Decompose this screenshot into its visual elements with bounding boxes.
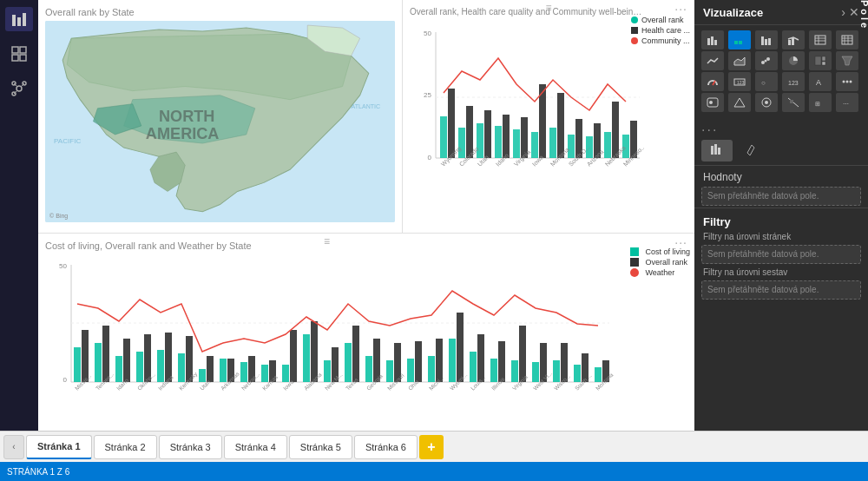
svg-rect-33 xyxy=(503,115,510,158)
tab-page-4[interactable]: Stránka 4 xyxy=(224,435,287,459)
svg-rect-96 xyxy=(407,359,414,382)
svg-rect-100 xyxy=(449,339,456,382)
top-right-title: Overall rank, Health care quality and Co… xyxy=(410,7,644,16)
chart-tab[interactable] xyxy=(701,140,733,161)
svg-point-179 xyxy=(850,81,852,83)
svg-rect-142 xyxy=(707,38,710,45)
panel-dots-top[interactable]: ··· xyxy=(674,2,687,16)
status-text: STRÁNKA 1 Z 6 xyxy=(7,467,69,477)
grid-icon[interactable] xyxy=(5,42,33,66)
viz-r4-1[interactable] xyxy=(701,93,724,112)
svg-rect-149 xyxy=(761,36,764,45)
tab-page-5[interactable]: Stránka 5 xyxy=(289,435,352,459)
svg-text:© Bing: © Bing xyxy=(49,213,68,220)
viz-more[interactable] xyxy=(836,72,858,91)
svg-rect-38 xyxy=(549,128,556,158)
svg-rect-153 xyxy=(792,38,794,45)
tab-page-2[interactable]: Stránka 2 xyxy=(94,435,157,459)
top-right-legend: Overall rank Health care ... Community .… xyxy=(631,16,690,47)
viz-area-chart[interactable] xyxy=(728,51,751,70)
svg-text:⊞: ⊞ xyxy=(815,101,820,107)
viz-column-chart[interactable] xyxy=(755,30,778,49)
svg-rect-3 xyxy=(12,47,18,53)
svg-text:PACIFIC: PACIFIC xyxy=(54,137,81,145)
viz-funnel[interactable] xyxy=(836,51,858,70)
svg-rect-68 xyxy=(115,356,122,382)
svg-rect-98 xyxy=(428,356,435,382)
viz-treemap[interactable] xyxy=(809,51,832,70)
model-icon[interactable] xyxy=(5,76,33,101)
drop-zone-hodnoty[interactable]: Sem přetáhněte datová pole. xyxy=(701,187,861,206)
content-area: Overall rank by State xyxy=(38,0,694,431)
svg-rect-6 xyxy=(20,55,26,61)
bottom-chart-svg: 50 0 xyxy=(45,256,618,425)
svg-rect-154 xyxy=(815,36,825,44)
map-panel: Overall rank by State xyxy=(38,0,403,233)
hodnoty-label: Hodnoty xyxy=(694,166,868,185)
viz-gauge[interactable] xyxy=(701,72,724,91)
svg-rect-186 xyxy=(790,100,793,103)
top-right-chart-svg: 50 25 0 xyxy=(410,23,644,188)
viz-r4-2[interactable] xyxy=(728,93,751,112)
svg-marker-182 xyxy=(734,98,745,107)
viz-scatter[interactable] xyxy=(755,51,778,70)
svg-rect-112 xyxy=(574,365,581,382)
svg-rect-151 xyxy=(768,38,771,45)
viz-r4-6[interactable]: ⋯ xyxy=(836,93,858,112)
svg-point-181 xyxy=(709,101,713,104)
svg-rect-5 xyxy=(12,55,18,61)
collapse-icon[interactable]: ✕ xyxy=(849,5,859,19)
svg-rect-101 xyxy=(457,313,464,382)
svg-rect-69 xyxy=(123,339,130,382)
legend-overall: Overall rank xyxy=(641,16,684,24)
viz-bar-chart[interactable] xyxy=(701,30,724,49)
svg-rect-168 xyxy=(822,56,825,61)
viz-r4-5[interactable]: ⊞ xyxy=(809,93,832,112)
prev-tab-button[interactable]: ‹ xyxy=(3,435,24,459)
format-tab[interactable] xyxy=(736,140,767,161)
svg-rect-147 xyxy=(739,36,742,41)
tab-page-1[interactable]: Stránka 1 xyxy=(26,435,92,459)
drop-zone-filter-report[interactable]: Sem přetáhněte datová pole. xyxy=(701,280,861,300)
expand-icon[interactable]: › xyxy=(841,5,845,19)
legend-health: Health care ... xyxy=(641,26,690,35)
legend-weather: Weather xyxy=(645,268,674,277)
svg-rect-97 xyxy=(415,341,422,382)
tab-page-6[interactable]: Stránka 6 xyxy=(354,435,418,459)
svg-rect-105 xyxy=(498,341,505,382)
svg-rect-0 xyxy=(12,15,16,26)
viz-kpi[interactable]: ○ xyxy=(755,72,778,91)
bottom-chart-title: Cost of living, Overall rank and Weather… xyxy=(45,240,687,251)
svg-rect-148 xyxy=(739,41,742,44)
viz-number-card[interactable]: 123 xyxy=(782,72,805,91)
viz-matrix[interactable] xyxy=(836,30,858,49)
svg-rect-70 xyxy=(136,352,143,382)
svg-point-177 xyxy=(843,81,845,83)
viz-table[interactable] xyxy=(809,30,832,49)
legend-community: Community ... xyxy=(641,36,690,45)
svg-rect-88 xyxy=(324,360,331,382)
svg-rect-85 xyxy=(290,330,297,382)
report-icon[interactable] xyxy=(5,7,33,31)
viz-combo-chart[interactable] xyxy=(782,30,805,49)
tab-page-3[interactable]: Stránka 3 xyxy=(159,435,222,459)
viz-r4-3[interactable] xyxy=(755,93,778,112)
legend-overall-bottom: Overall rank xyxy=(645,258,687,267)
svg-marker-163 xyxy=(734,57,745,65)
svg-rect-34 xyxy=(513,129,520,158)
viz-line-chart[interactable] xyxy=(701,51,724,70)
svg-rect-74 xyxy=(178,353,185,382)
svg-rect-107 xyxy=(519,326,526,382)
svg-text:A: A xyxy=(816,78,821,87)
svg-rect-144 xyxy=(714,40,717,45)
add-page-button[interactable]: + xyxy=(419,435,444,459)
viz-text[interactable]: A xyxy=(809,72,832,91)
viz-pie[interactable] xyxy=(782,51,805,70)
drop-zone-filter-page[interactable]: Sem přetáhněte datová pole. xyxy=(701,245,861,264)
viz-card[interactable]: 123 xyxy=(728,72,751,91)
svg-rect-66 xyxy=(95,343,102,382)
viz-r4-4[interactable] xyxy=(782,93,805,112)
map-container[interactable]: PACIFIC ATLANTIC NORTH AMERICA © Bing xyxy=(45,21,395,222)
svg-text:123: 123 xyxy=(737,80,745,85)
viz-stacked-bar[interactable] xyxy=(728,30,751,49)
